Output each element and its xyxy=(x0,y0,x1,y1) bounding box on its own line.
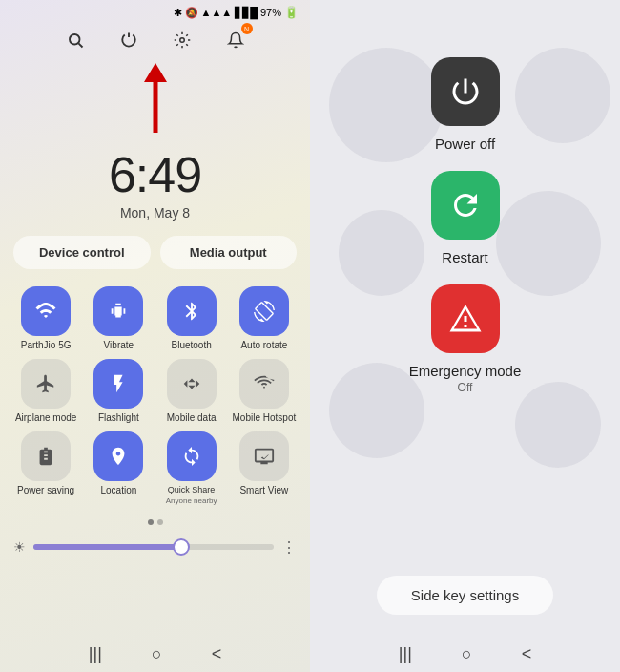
control-buttons: Device control Media output xyxy=(0,220,310,279)
home-icon[interactable]: ○ xyxy=(152,644,162,664)
recent-apps-icon[interactable]: ||| xyxy=(89,644,102,664)
svg-line-1 xyxy=(78,43,82,47)
power-off-label: Power off xyxy=(435,136,495,152)
tile-label-airplane: Airplane mode xyxy=(15,412,76,424)
tile-icon-hotspot xyxy=(239,359,289,409)
red-arrow-container xyxy=(0,63,310,135)
clock-time: 6:49 xyxy=(0,146,310,203)
clock-date: Mon, May 8 xyxy=(0,205,310,220)
svg-point-2 xyxy=(179,38,184,43)
tile-parthjio5g[interactable]: ParthJio 5G xyxy=(13,286,78,351)
brightness-thumb[interactable] xyxy=(173,538,190,556)
tile-label-flashlight: Flashlight xyxy=(98,412,139,424)
tile-vibrate[interactable]: Vibrate xyxy=(86,286,151,351)
tile-icon-vibrate xyxy=(93,286,143,336)
right-recent-icon[interactable]: ||| xyxy=(399,644,412,664)
tile-icon-smartview xyxy=(239,431,289,481)
back-icon[interactable]: < xyxy=(212,644,222,664)
brightness-icon: ☀ xyxy=(13,539,26,555)
tile-icon-location xyxy=(93,431,143,481)
brightness-track[interactable] xyxy=(33,544,274,550)
emergency-mode-option[interactable]: Emergency mode Off xyxy=(409,284,522,394)
restart-icon xyxy=(431,171,500,240)
blur-circle-6 xyxy=(515,382,601,468)
power-off-option[interactable]: Power off xyxy=(431,57,500,152)
right-nav-bar: ||| ○ < xyxy=(310,633,620,672)
tile-hotspot[interactable]: Mobile Hotspot xyxy=(232,359,297,424)
tile-label-mobiledata: Mobile data xyxy=(167,412,217,424)
mute-icon: 🔕 xyxy=(185,7,198,19)
side-key-settings-button[interactable]: Side key settings xyxy=(377,576,553,615)
dot-2 xyxy=(157,519,163,525)
device-control-button[interactable]: Device control xyxy=(13,236,151,269)
tile-icon-bluetooth xyxy=(167,286,217,336)
tile-autorotate[interactable]: Auto rotate xyxy=(232,286,297,351)
tile-label-location: Location xyxy=(100,485,136,496)
tile-label-smartview: Smart View xyxy=(239,485,288,496)
brightness-bar: ☀ ⋮ xyxy=(13,538,297,556)
emergency-mode-sublabel: Off xyxy=(458,381,473,394)
tile-quickshare[interactable]: Quick ShareAnyone nearby xyxy=(159,431,224,506)
media-output-button[interactable]: Media output xyxy=(160,236,298,269)
tile-bluetooth[interactable]: Bluetooth xyxy=(159,286,224,351)
tile-label-vibrate: Vibrate xyxy=(104,340,134,351)
brightness-options-icon[interactable]: ⋮ xyxy=(281,538,297,556)
time-display: 6:49 Mon, May 8 xyxy=(0,146,310,220)
tile-label-parthjio5g: ParthJio 5G xyxy=(21,340,72,351)
emergency-mode-icon xyxy=(431,284,500,353)
tile-label-bluetooth: Bluetooth xyxy=(171,340,211,351)
tile-powersaving[interactable]: Power saving xyxy=(13,431,78,506)
dot-1 xyxy=(148,519,154,525)
tile-icon-flashlight xyxy=(93,359,143,409)
power-icon[interactable] xyxy=(115,27,142,53)
tile-icon-airplane xyxy=(21,359,71,409)
left-panel: ✱ 🔕 ▲▲▲ ▋▊█ 97% 🔋 xyxy=(0,0,310,672)
search-icon[interactable] xyxy=(62,27,89,53)
battery-icon: 🔋 xyxy=(284,6,299,19)
bluetooth-icon: ✱ xyxy=(174,7,182,19)
brightness-fill xyxy=(33,544,177,550)
tile-label-powersaving: Power saving xyxy=(17,485,74,496)
right-back-icon[interactable]: < xyxy=(522,644,532,664)
svg-point-0 xyxy=(70,34,80,45)
battery-percent: 97% xyxy=(260,7,281,18)
right-panel: Power off Restart Emergency mode Off Sid… xyxy=(310,0,620,672)
power-off-icon xyxy=(431,57,500,126)
page-dots xyxy=(0,519,310,525)
top-icons-row xyxy=(0,23,310,61)
tile-icon-wifi xyxy=(21,286,71,336)
tile-location[interactable]: Location xyxy=(86,431,151,506)
restart-option[interactable]: Restart xyxy=(431,171,500,265)
signal-icon: ▋▊█ xyxy=(235,7,258,19)
tile-flashlight[interactable]: Flashlight xyxy=(86,359,151,424)
quick-tiles-grid: ParthJio 5G Vibrate Bluetooth xyxy=(0,279,310,514)
right-home-icon[interactable]: ○ xyxy=(462,644,472,664)
notification-icon[interactable] xyxy=(222,27,249,53)
tile-mobiledata[interactable]: Mobile data xyxy=(159,359,224,424)
status-icons: ✱ 🔕 ▲▲▲ ▋▊█ 97% 🔋 xyxy=(174,6,300,19)
tile-label-quickshare: Quick ShareAnyone nearby xyxy=(166,485,217,506)
tile-icon-autorotate xyxy=(239,286,289,336)
power-options-container: Power off Restart Emergency mode Off xyxy=(310,57,620,394)
tile-airplane[interactable]: Airplane mode xyxy=(13,359,78,424)
tile-label-autorotate: Auto rotate xyxy=(240,340,287,351)
tile-smartview[interactable]: Smart View xyxy=(232,431,297,506)
emergency-mode-label: Emergency mode xyxy=(409,363,522,379)
restart-label: Restart xyxy=(442,249,487,265)
settings-icon[interactable] xyxy=(169,27,196,53)
left-nav-bar: ||| ○ < xyxy=(0,633,310,672)
status-bar: ✱ 🔕 ▲▲▲ ▋▊█ 97% 🔋 xyxy=(0,0,310,23)
tile-label-hotspot: Mobile Hotspot xyxy=(233,412,297,424)
tile-icon-quickshare xyxy=(167,431,217,481)
tile-icon-mobiledata xyxy=(167,359,217,409)
wifi-icon: ▲▲▲ xyxy=(201,7,233,18)
tile-icon-powersaving xyxy=(21,431,71,481)
